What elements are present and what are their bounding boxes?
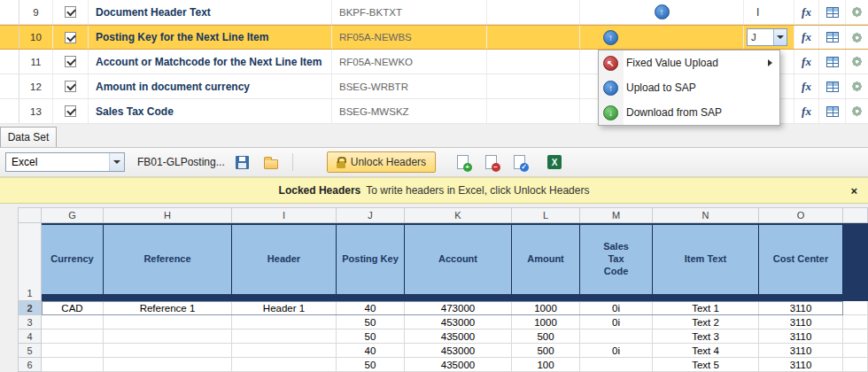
add-row-button[interactable]: + (452, 151, 473, 173)
cell[interactable]: CAD (42, 301, 104, 315)
direction-cell[interactable]: ↑ (580, 0, 744, 24)
cell[interactable] (232, 315, 337, 329)
cell[interactable] (104, 329, 232, 344)
table-mapping-button[interactable] (819, 50, 846, 74)
value-cell[interactable] (487, 0, 580, 24)
cell[interactable]: 1000 (512, 301, 580, 315)
cell[interactable]: 40 (337, 344, 405, 358)
cell[interactable] (104, 358, 232, 372)
row-header-4[interactable]: 4 (18, 329, 42, 344)
cell[interactable]: 500 (512, 344, 580, 358)
cell[interactable]: 0i (580, 344, 653, 358)
formula-button[interactable]: fx (794, 50, 819, 74)
cell[interactable]: Reference 1 (104, 301, 232, 315)
column-header-I[interactable]: I (232, 207, 337, 223)
column-header-J[interactable]: J (337, 207, 405, 223)
mapping-column-cell[interactable]: I (744, 0, 794, 24)
checked-checkbox[interactable] (65, 81, 76, 92)
field-description[interactable]: Sales Tax Code (89, 99, 332, 123)
cell[interactable]: 50 (337, 329, 405, 344)
cell[interactable] (843, 315, 868, 329)
cell[interactable]: 435000 (405, 329, 512, 344)
field-description[interactable]: Posting Key for the Next Line Item (89, 26, 332, 49)
cell[interactable] (232, 329, 337, 344)
sap-field-name[interactable]: RF05A-NEWKO (332, 50, 487, 74)
column-header-M[interactable]: M (580, 207, 653, 223)
formula-button[interactable]: fx (794, 74, 819, 98)
mapping-column-cell[interactable]: J (744, 26, 794, 49)
row-header-3[interactable]: 3 (18, 315, 42, 329)
select-all-corner[interactable] (18, 207, 42, 223)
cell[interactable]: Text 5 (653, 358, 759, 372)
cell[interactable]: Text 2 (653, 315, 759, 329)
header-cell-account[interactable]: Account (405, 225, 512, 294)
field-description[interactable]: Amount in document currency (89, 74, 332, 98)
menu-item-download-from-sap[interactable]: ↓ Download from SAP (599, 100, 779, 125)
enable-checkbox-cell[interactable] (53, 26, 89, 49)
checked-checkbox[interactable] (65, 56, 76, 67)
value-cell[interactable] (487, 26, 580, 49)
cell[interactable]: Text 1 (653, 301, 759, 315)
open-in-excel-button[interactable]: X (544, 151, 565, 173)
cell[interactable]: 3110 (759, 329, 843, 344)
value-cell[interactable] (487, 50, 580, 74)
sap-field-name[interactable]: RF05A-NEWBS (332, 26, 487, 49)
cell[interactable]: 50 (337, 315, 405, 329)
save-button[interactable] (232, 151, 253, 173)
properties-button[interactable] (846, 50, 868, 74)
cell[interactable]: 3110 (759, 344, 843, 358)
field-description[interactable]: Account or Matchcode for the Next Line I… (89, 50, 332, 74)
cell[interactable] (104, 344, 232, 358)
column-header-H[interactable]: H (104, 207, 232, 223)
menu-item-upload-to-sap[interactable]: ↑ Upload to SAP (599, 75, 779, 100)
cell[interactable]: Text 4 (653, 344, 759, 358)
cell[interactable]: 3110 (759, 358, 843, 372)
header-cell-item-text[interactable]: Item Text (653, 225, 759, 294)
column-header-K[interactable]: K (405, 207, 512, 223)
header-cell-sales-tax-code[interactable]: Sales Tax Code (580, 225, 653, 294)
cell[interactable]: 435000 (405, 358, 512, 372)
cell[interactable] (42, 358, 104, 372)
column-header-N[interactable]: N (653, 207, 759, 223)
properties-button[interactable] (846, 74, 868, 98)
field-description[interactable]: Document Header Text (89, 0, 332, 24)
table-mapping-button[interactable] (819, 0, 846, 24)
mapping-combobox[interactable]: J (747, 28, 787, 46)
cell[interactable]: Text 3 (653, 329, 759, 344)
menu-item-fixed-value-upload[interactable]: ↖ Fixed Value Upload (599, 50, 779, 75)
row-header-5[interactable]: 5 (18, 344, 42, 358)
row-header-1[interactable]: 1 (18, 223, 42, 301)
table-mapping-button[interactable] (819, 26, 846, 49)
cell[interactable] (843, 301, 868, 315)
header-cell-amount[interactable]: Amount (512, 225, 580, 294)
properties-button[interactable] (846, 26, 868, 49)
cell[interactable] (42, 315, 104, 329)
validate-button[interactable]: ✓ (508, 151, 530, 173)
upload-to-sap-icon[interactable]: ↑ (655, 4, 670, 19)
table-mapping-button[interactable] (819, 99, 846, 123)
cell[interactable]: 453000 (405, 344, 512, 358)
header-cell-currency[interactable]: Currency (42, 225, 104, 294)
header-cell-posting-key[interactable]: Posting Key (337, 225, 405, 294)
cell[interactable]: 453000 (405, 315, 512, 329)
unlock-headers-button[interactable]: Unlock Headers (327, 151, 436, 173)
properties-button[interactable] (846, 99, 868, 123)
enable-checkbox-cell[interactable] (53, 50, 89, 74)
combobox-dropdown-button[interactable] (773, 29, 787, 45)
checked-checkbox[interactable] (65, 32, 76, 43)
combobox-dropdown-button[interactable] (109, 153, 124, 171)
cell[interactable] (843, 329, 868, 344)
cell[interactable] (232, 344, 337, 358)
formula-button[interactable]: fx (794, 0, 819, 24)
enable-checkbox-cell[interactable] (53, 99, 89, 123)
sap-field-name[interactable]: BKPF-BKTXT (332, 0, 487, 24)
value-cell[interactable] (487, 99, 580, 123)
cell[interactable]: 500 (512, 329, 580, 344)
column-header-G[interactable]: G (42, 207, 104, 223)
cell[interactable]: 0i (580, 315, 653, 329)
checked-checkbox[interactable] (65, 105, 76, 117)
cell[interactable]: 100 (512, 358, 580, 372)
direction-cell[interactable]: ↑ (580, 26, 744, 49)
sap-field-name[interactable]: BSEG-WRBTR (332, 74, 487, 98)
cell[interactable] (232, 358, 337, 372)
